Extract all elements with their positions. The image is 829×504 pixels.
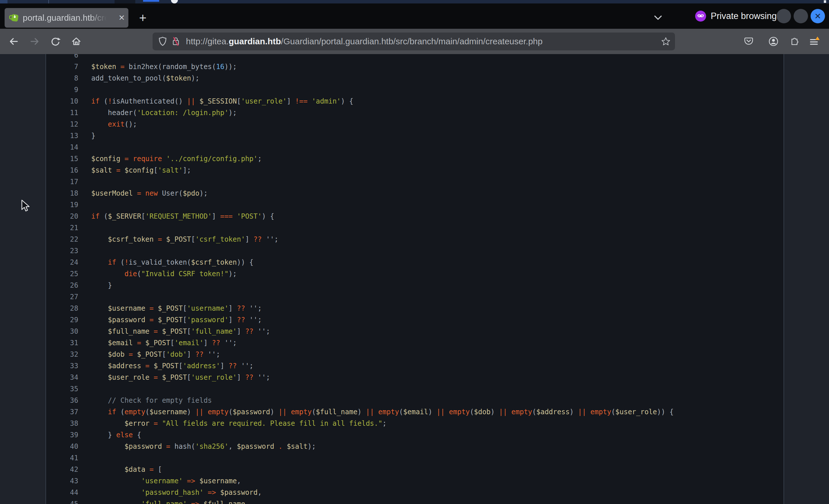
line-number[interactable]: 40 <box>46 441 78 452</box>
code-line: 41 <box>46 452 784 464</box>
line-number[interactable]: 44 <box>46 487 78 498</box>
line-number[interactable]: 17 <box>46 176 78 188</box>
code-line-text <box>78 176 91 188</box>
background-strip-segment <box>0 0 7 3</box>
line-number[interactable]: 25 <box>46 268 78 280</box>
line-number[interactable]: 6 <box>46 54 78 61</box>
code-line-text: if ($_SERVER['REQUEST_METHOD'] === 'POST… <box>78 210 274 222</box>
line-number[interactable]: 30 <box>46 326 78 337</box>
reload-icon <box>50 36 61 47</box>
code-line-text: $email = $_POST['email'] ?? ''; <box>78 337 237 349</box>
browser-tab[interactable]: portal.guardian.htb/create ✕ <box>5 8 129 28</box>
line-number[interactable]: 28 <box>46 303 78 314</box>
line-number[interactable]: 22 <box>46 234 78 245</box>
code-line: 33 $address = $_POST['address'] ?? ''; <box>46 360 784 372</box>
code-line-text: die("Invalid CSRF token!"); <box>78 268 237 280</box>
line-number[interactable]: 35 <box>46 383 78 395</box>
line-number[interactable]: 42 <box>46 464 78 475</box>
extensions-button[interactable] <box>786 33 802 49</box>
line-number[interactable]: 9 <box>46 84 78 95</box>
forward-button[interactable] <box>27 33 43 49</box>
code-line: 7$token = bin2hex(random_bytes(16)); <box>46 61 784 73</box>
code-line: 11 header('Location: /login.php'); <box>46 107 784 119</box>
line-number[interactable]: 10 <box>46 95 78 107</box>
line-number[interactable]: 39 <box>46 429 78 441</box>
line-number[interactable]: 26 <box>46 280 78 291</box>
line-number[interactable]: 14 <box>46 142 78 153</box>
code-line: 28 $username = $_POST['username'] ?? ''; <box>46 303 784 314</box>
line-number[interactable]: 23 <box>46 245 78 257</box>
line-number[interactable]: 13 <box>46 130 78 142</box>
back-button[interactable] <box>5 33 22 49</box>
code-line-text: } else { <box>78 429 141 441</box>
account-button[interactable] <box>765 33 782 49</box>
line-number[interactable]: 11 <box>46 107 78 119</box>
tab-list-chevron-down-icon[interactable] <box>650 11 666 25</box>
code-line-text: $userModel = new User($pdo); <box>78 188 208 199</box>
tracking-shield-icon[interactable] <box>158 37 167 46</box>
navigation-toolbar: http://gitea.guardian.htb/Guardian/porta… <box>0 29 829 54</box>
line-number[interactable]: 36 <box>46 395 78 406</box>
code-line: 15$config = require '../config/config.ph… <box>46 153 784 164</box>
window-maximize-button[interactable] <box>794 9 808 23</box>
window-minimize-button[interactable] <box>777 9 791 23</box>
code-line: 45 'full_name' => $full_name, <box>46 498 784 504</box>
line-number[interactable]: 33 <box>46 360 78 372</box>
private-browsing-badge: Private browsing <box>695 3 777 29</box>
code-line-text: $data = [ <box>78 464 162 475</box>
line-number[interactable]: 38 <box>46 418 78 429</box>
line-number[interactable]: 45 <box>46 498 78 504</box>
line-number[interactable]: 18 <box>46 188 78 199</box>
line-number[interactable]: 24 <box>46 257 78 268</box>
line-number[interactable]: 31 <box>46 337 78 349</box>
bookmark-star-icon[interactable] <box>661 33 671 50</box>
code-line-text: if (!isAuthenticated() || $_SESSION['use… <box>78 95 353 107</box>
line-number[interactable]: 20 <box>46 210 78 222</box>
code-line-text: exit(); <box>78 119 137 130</box>
code-line-text: $csrf_token = $_POST['csrf_token'] ?? ''… <box>78 234 278 245</box>
pocket-button[interactable] <box>740 33 757 49</box>
tab-close-icon[interactable]: ✕ <box>118 8 125 28</box>
code-line: 23 <box>46 245 784 257</box>
code-line-text: $dob = $_POST['dob'] ?? ''; <box>78 349 220 360</box>
update-badge-icon <box>816 37 820 40</box>
code-line-text: // Check for empty fields <box>78 395 212 406</box>
new-tab-button[interactable]: + <box>134 8 151 28</box>
code-line: 36 // Check for empty fields <box>46 395 784 406</box>
line-number[interactable]: 19 <box>46 199 78 210</box>
line-number[interactable]: 12 <box>46 119 78 130</box>
url-bar[interactable]: http://gitea.guardian.htb/Guardian/porta… <box>152 33 675 50</box>
line-number[interactable]: 16 <box>46 164 78 176</box>
code-line: 10if (!isAuthenticated() || $_SESSION['u… <box>46 95 784 107</box>
code-line: 9 <box>46 84 784 95</box>
code-line-text: $user_role = $_POST['user_role'] ?? ''; <box>78 372 270 383</box>
line-number[interactable]: 34 <box>46 372 78 383</box>
code-line: 8add_token_to_pool($token); <box>46 73 784 84</box>
home-button[interactable] <box>68 33 85 49</box>
tab-title: portal.guardian.htb/create <box>23 13 109 23</box>
code-line-text <box>78 291 91 303</box>
line-number[interactable]: 32 <box>46 349 78 360</box>
line-number[interactable]: 41 <box>46 452 78 464</box>
code-line-text: $password = $_POST['password'] ?? ''; <box>78 314 262 326</box>
forward-arrow-icon <box>30 36 40 47</box>
window-close-button[interactable]: ✕ <box>810 9 825 23</box>
menu-button[interactable] <box>806 33 823 49</box>
line-number[interactable]: 37 <box>46 406 78 418</box>
line-number[interactable]: 8 <box>46 73 78 84</box>
private-mask-icon <box>695 11 706 22</box>
line-number[interactable]: 15 <box>46 153 78 164</box>
line-number[interactable]: 27 <box>46 291 78 303</box>
code-line: 31 $email = $_POST['email'] ?? ''; <box>46 337 784 349</box>
code-line: 6 <box>46 54 784 61</box>
code-line: 21 <box>46 222 784 234</box>
line-number[interactable]: 21 <box>46 222 78 234</box>
reload-button[interactable] <box>47 33 64 49</box>
line-number[interactable]: 7 <box>46 61 78 73</box>
code-line-text <box>78 452 91 464</box>
url-domain: guardian.htb <box>228 37 281 46</box>
line-number[interactable]: 29 <box>46 314 78 326</box>
mouse-cursor <box>21 199 30 212</box>
line-number[interactable]: 43 <box>46 475 78 487</box>
insecure-lock-icon[interactable] <box>172 37 180 46</box>
